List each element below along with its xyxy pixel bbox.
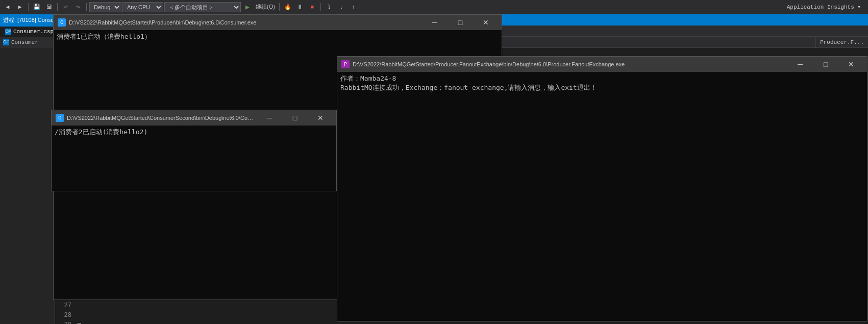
- console-title-2: D:\VS2022\RabbitMQGetStarted\ConsumerSec…: [67, 115, 255, 121]
- console-minimize-1[interactable]: ─: [423, 17, 447, 28]
- toolbar-sep4: [279, 3, 280, 11]
- console-titlebar-2: C D:\VS2022\RabbitMQGetStarted\ConsumerS…: [52, 110, 336, 126]
- cpu-dropdown[interactable]: Any CPU: [122, 2, 163, 12]
- toolbar-breakpoint-btn[interactable]: ⏸: [294, 2, 306, 13]
- console-titlebar-3: P D:\VS2022\RabbitMQGetStarted\Producer.…: [337, 57, 867, 72]
- continue-btn[interactable]: ▶: [242, 2, 253, 13]
- console-close-3[interactable]: ✕: [839, 59, 863, 69]
- console-icon-3: P: [341, 60, 350, 68]
- console-titlebar-1: C D:\VS2022\RabbitMQGetStarted\Producer\…: [54, 15, 502, 30]
- tab-cs-icon: C#: [5, 29, 11, 35]
- toolbar-sep1: [28, 3, 29, 11]
- toolbar-step-over[interactable]: ⤵: [324, 2, 335, 13]
- sidebar-header: C# Consumer: [0, 37, 55, 48]
- console-controls-3: ─ □ ✕: [788, 59, 863, 69]
- console-minimize-3[interactable]: ─: [788, 59, 812, 69]
- console-body-2: /消费者2已启动(消费hello2): [52, 126, 336, 191]
- toolbar-undo-btn[interactable]: ↩: [60, 2, 71, 13]
- debug-dropdown[interactable]: Debug: [89, 2, 121, 12]
- console-controls-2: ─ □ ✕: [258, 113, 332, 123]
- console-minimize-2[interactable]: ─: [258, 113, 281, 123]
- line-num-27: 27: [55, 301, 71, 311]
- console-close-2[interactable]: ✕: [309, 113, 332, 123]
- toolbar-left: ◀ ▶ 💾 🖫 ↩ ↪ Debug Any CPU ＜多个自动项目＞ ▶ 继续(…: [0, 2, 784, 13]
- console-controls-1: ─ □ ✕: [423, 17, 498, 28]
- continue-label[interactable]: 继续(O): [254, 2, 277, 13]
- console-icon-1: C: [58, 18, 66, 27]
- console-window-consumer2: C D:\VS2022\RabbitMQGetStarted\ConsumerS…: [51, 110, 337, 191]
- sidebar-cs-icon: C#: [3, 39, 9, 45]
- app-insights-label[interactable]: Application Insights ▾: [784, 4, 864, 10]
- console-icon-2: C: [56, 114, 64, 122]
- console-title-3: D:\VS2022\RabbitMQGetStarted\Producer.Fa…: [353, 61, 785, 67]
- console-body-3: 作者：Mamba24-8 RabbitMQ连接成功，Exchange：fanou…: [337, 72, 867, 321]
- toolbar-sep5: [320, 3, 321, 11]
- toolbar-sep3: [86, 3, 87, 11]
- toolbar-back-btn[interactable]: ◀: [2, 2, 13, 13]
- console-line-3-1: 作者：Mamba24-8: [340, 74, 864, 83]
- toolbar-stop-btn[interactable]: ■: [307, 2, 318, 13]
- console-title-1: D:\VS2022\RabbitMQGetStarted\Producer\bi…: [69, 19, 420, 26]
- startup-dropdown[interactable]: ＜多个自动项目＞: [164, 2, 241, 12]
- sidebar-header-label: Consumer: [11, 39, 38, 45]
- line-num-29: 29: [55, 320, 71, 324]
- line-num-28: 28: [55, 311, 71, 320]
- toolbar-step-into[interactable]: ↓: [336, 2, 347, 13]
- toolbar-step-out[interactable]: ↑: [348, 2, 359, 13]
- toolbar: ◀ ▶ 💾 🖫 ↩ ↪ Debug Any CPU ＜多个自动项目＞ ▶ 继续(…: [0, 0, 868, 14]
- toolbar-fire-btn[interactable]: 🔥: [282, 2, 293, 13]
- producer-label: Producer.F...: [820, 39, 864, 45]
- toolbar-redo-btn[interactable]: ↪: [72, 2, 84, 13]
- toolbar-right: Application Insights ▾: [784, 4, 868, 10]
- toolbar-sep2: [57, 3, 58, 11]
- console-line-3-2: RabbitMQ连接成功，Exchange：fanout_exchange,请输…: [340, 83, 864, 92]
- producer-tab-right[interactable]: Producer.F...: [815, 37, 868, 47]
- console-close-1[interactable]: ✕: [474, 17, 498, 28]
- sidebar: C# Consumer: [0, 37, 55, 324]
- console-window-producer: P D:\VS2022\RabbitMQGetStarted\Producer.…: [337, 56, 867, 321]
- toolbar-forward-btn[interactable]: ▶: [14, 2, 26, 13]
- console-maximize-3[interactable]: □: [814, 59, 837, 69]
- console-maximize-2[interactable]: □: [283, 113, 307, 123]
- console-line-1-1: 消费者1已启动（消费hello1）: [57, 32, 499, 41]
- console-line-2-1: /消费者2已启动(消费hello2): [55, 128, 333, 137]
- toolbar-saveall-btn[interactable]: 🖫: [43, 2, 55, 13]
- console-maximize-1[interactable]: □: [449, 17, 472, 28]
- code-line-28: ⊟: [78, 321, 81, 324]
- toolbar-save-btn[interactable]: 💾: [31, 2, 42, 13]
